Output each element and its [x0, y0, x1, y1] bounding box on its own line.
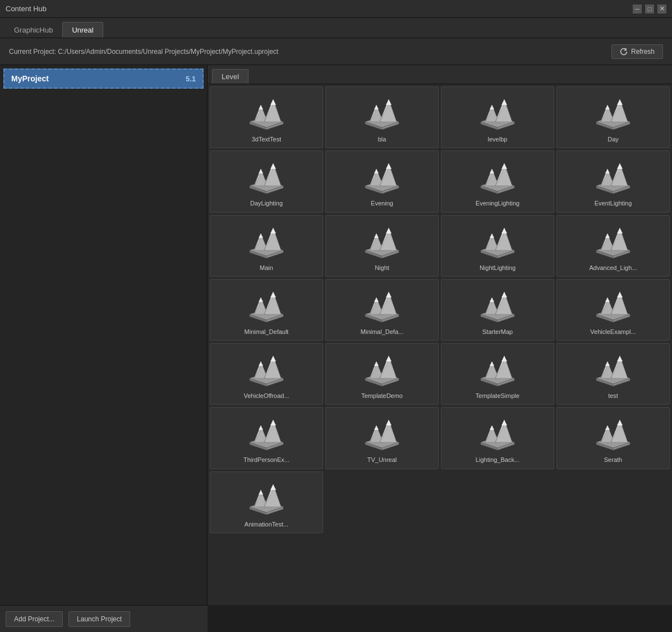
svg-marker-196 — [374, 425, 379, 430]
map-icon — [475, 93, 520, 132]
grid-item-label: TV_Unreal — [367, 456, 397, 464]
grid-item-label: Main — [260, 264, 273, 272]
toolbar: Current Project: C:/Users/Admin/Document… — [0, 38, 672, 65]
window-title: Content Hub — [6, 4, 47, 13]
svg-marker-8 — [270, 99, 276, 105]
grid-item[interactable]: test — [556, 343, 670, 405]
grid-item[interactable]: StarterMap — [441, 279, 554, 341]
grid-item-label: levelbp — [488, 135, 508, 143]
grid-item[interactable]: bla — [325, 86, 439, 148]
svg-marker-197 — [386, 420, 392, 425]
svg-marker-223 — [259, 490, 263, 494]
svg-marker-80 — [270, 228, 276, 233]
map-icon — [591, 157, 636, 196]
grid-item-label: StarterMap — [482, 328, 513, 336]
svg-marker-70 — [605, 169, 610, 173]
svg-marker-25 — [490, 105, 494, 109]
grid-item[interactable]: VehicleOffroad... — [210, 343, 323, 405]
grid-item[interactable]: Minimal_Default — [210, 279, 323, 341]
project-item[interactable]: MyProject 5.1 — [3, 68, 204, 89]
grid-item[interactable]: Lighting_Back... — [441, 407, 554, 469]
svg-marker-151 — [259, 361, 263, 366]
map-icon — [244, 478, 289, 517]
maximize-button[interactable]: □ — [645, 4, 654, 13]
grid-item[interactable]: EventLighting — [556, 150, 670, 212]
grid-item-label: VehicleOffroad... — [243, 392, 289, 400]
map-icon — [244, 157, 289, 196]
grid-item[interactable]: ThirdPersonEx... — [210, 407, 323, 469]
svg-marker-44 — [270, 163, 276, 169]
map-icon — [360, 157, 404, 196]
grid-item-label: Advanced_Ligh... — [589, 264, 637, 272]
svg-marker-116 — [270, 292, 276, 297]
map-icon — [591, 349, 636, 388]
grid-item-label: Day — [607, 135, 619, 143]
map-icon — [360, 93, 404, 132]
grid-item-label: 3dTextTest — [252, 135, 282, 143]
launch-project-button[interactable]: Launch Project — [68, 611, 130, 627]
svg-marker-61 — [490, 169, 494, 173]
grid-item[interactable]: TemplateDemo — [325, 343, 439, 405]
grid-item-label: Night — [375, 264, 389, 272]
svg-marker-35 — [617, 99, 623, 105]
svg-marker-124 — [374, 297, 379, 302]
tab-graphichub[interactable]: GraphicHub — [4, 22, 62, 38]
grid-item[interactable]: VehicleExampl... — [556, 279, 670, 341]
svg-marker-53 — [386, 163, 392, 169]
grid-item[interactable]: Evening — [325, 150, 439, 212]
grid-item[interactable]: TemplateSimple — [441, 343, 554, 405]
svg-marker-205 — [490, 425, 494, 430]
svg-marker-214 — [605, 425, 610, 430]
refresh-label: Refresh — [631, 48, 655, 56]
svg-marker-98 — [501, 228, 507, 233]
svg-marker-107 — [617, 228, 623, 233]
title-bar: Content Hub ─ □ ✕ — [0, 0, 672, 18]
grid-item[interactable]: Main — [210, 215, 323, 277]
window-controls: ─ □ ✕ — [633, 4, 666, 13]
grid-item[interactable]: Advanced_Ligh... — [556, 215, 670, 277]
grid-item[interactable]: TV_Unreal — [325, 407, 439, 469]
svg-marker-152 — [270, 356, 276, 361]
level-tab[interactable]: Level — [212, 69, 248, 84]
grid-item-label: Serath — [604, 456, 622, 464]
map-icon — [475, 413, 520, 452]
grid-item[interactable]: NightLighting — [441, 215, 554, 277]
grid-item[interactable]: Serath — [556, 407, 670, 469]
grid-item[interactable]: AnimationTest... — [210, 471, 323, 533]
svg-marker-26 — [501, 99, 507, 105]
grid-item-label: DayLighting — [250, 199, 283, 207]
grid-item[interactable]: Day — [556, 86, 670, 148]
map-icon — [244, 285, 289, 324]
grid-item-label: Minimal_Defa... — [361, 328, 403, 336]
grid-item-label: Lighting_Back... — [476, 456, 519, 464]
grid-item-label: EveningLighting — [476, 199, 519, 207]
minimize-button[interactable]: ─ — [633, 4, 642, 13]
svg-marker-178 — [605, 361, 610, 366]
tab-unreal[interactable]: Unreal — [62, 22, 103, 38]
map-icon — [475, 349, 520, 388]
grid-item[interactable]: levelbp — [441, 86, 554, 148]
close-button[interactable]: ✕ — [657, 4, 666, 13]
svg-marker-224 — [270, 484, 276, 490]
grid-item[interactable]: EveningLighting — [441, 150, 554, 212]
map-icon — [475, 285, 520, 324]
grid-item[interactable]: DayLighting — [210, 150, 323, 212]
svg-marker-43 — [259, 169, 263, 173]
grid-item-label: Minimal_Default — [245, 328, 289, 336]
svg-marker-188 — [270, 420, 276, 425]
svg-marker-79 — [259, 233, 263, 238]
grid-item-label: ThirdPersonEx... — [243, 456, 289, 464]
map-icon — [244, 349, 289, 388]
svg-marker-215 — [617, 420, 623, 425]
svg-marker-88 — [374, 233, 379, 238]
svg-marker-16 — [374, 105, 379, 109]
content-area: Level 3dTextTest — [208, 65, 672, 605]
svg-marker-106 — [605, 233, 610, 238]
grid-item[interactable]: Night — [325, 215, 439, 277]
refresh-button[interactable]: Refresh — [611, 44, 663, 59]
grid-item[interactable]: Minimal_Defa... — [325, 279, 439, 341]
project-name: MyProject — [11, 74, 49, 83]
grid-item[interactable]: 3dTextTest — [210, 86, 323, 148]
svg-marker-7 — [259, 105, 263, 109]
add-project-button[interactable]: Add Project... — [6, 611, 63, 627]
